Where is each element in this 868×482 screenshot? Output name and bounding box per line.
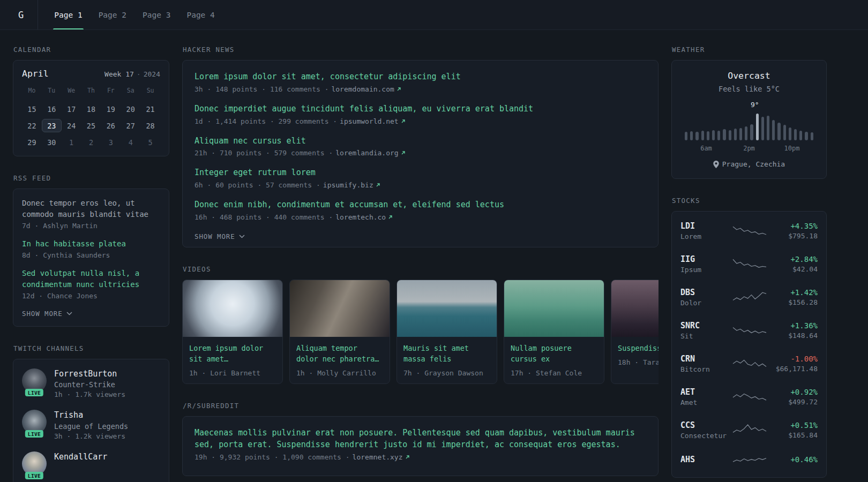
weather-hour-bar bbox=[789, 127, 791, 140]
hackernews-item-domain-link[interactable]: loremtech.co bbox=[335, 213, 393, 221]
hackernews-item-domain-link[interactable]: loremlandia.org bbox=[335, 149, 405, 157]
stock-row[interactable]: AHS +0.46% bbox=[680, 447, 818, 475]
hackernews-item-title[interactable]: Integer eget rutrum lorem bbox=[194, 167, 646, 179]
hackernews-item-domain-link[interactable]: ipsumify.biz bbox=[323, 181, 380, 189]
twitch-channel-name[interactable]: ForrestBurton bbox=[54, 368, 125, 379]
hackernews-item-title[interactable]: Aliquam nec cursus elit bbox=[194, 135, 646, 147]
nav-tab[interactable]: Page 3 bbox=[141, 0, 171, 29]
rss-show-more-button[interactable]: SHOW MORE bbox=[22, 310, 72, 318]
stock-row[interactable]: LDI Lorem +4.35% $795.18 bbox=[680, 214, 818, 247]
hackernews-item: Donec imperdiet augue tincidunt felis al… bbox=[194, 103, 646, 125]
video-meta: 1h · Molly Carrillo bbox=[296, 369, 383, 377]
video-card[interactable]: Nullam posuere cursus ex 17h · Stefan Co… bbox=[504, 280, 604, 385]
calendar-week-year: Week 17·2024 bbox=[104, 70, 160, 78]
subreddit-post-domain-link[interactable]: loremnet.xyz bbox=[353, 453, 410, 461]
video-title[interactable]: Lorem ipsum dolor sit amet consectetu… bbox=[189, 343, 276, 365]
stock-price: $499.72 bbox=[767, 398, 818, 406]
weather-location-text: Prague, Czechia bbox=[722, 160, 785, 168]
stock-row[interactable]: DBS Dolor +1.42% $156.28 bbox=[680, 281, 818, 314]
rss-item-title[interactable]: Sed volutpat nulla nisl, a condimentum n… bbox=[22, 268, 160, 290]
twitch-channel-row[interactable]: LIVE ForrestBurton Counter-Strike 1h · 1… bbox=[22, 368, 160, 398]
video-card-body: Suspendisse diam 18h · Tara bbox=[611, 337, 659, 373]
stock-row[interactable]: CCS Consectetur +0.51% $165.84 bbox=[680, 413, 818, 447]
hackernews-item-domain-link[interactable]: ipsumworld.net bbox=[340, 117, 406, 125]
stock-sparkline bbox=[732, 423, 767, 437]
external-link-icon bbox=[376, 183, 380, 187]
twitch-channel-row[interactable]: LIVE Trisha League of Legends 3h · 1.2k … bbox=[22, 410, 160, 440]
calendar-day: 25 bbox=[81, 119, 101, 132]
subreddit-post: Maecenas mollis pulvinar erat non posuer… bbox=[194, 427, 646, 461]
hackernews-item-title[interactable]: Lorem ipsum dolor sit amet, consectetur … bbox=[194, 71, 646, 83]
video-thumbnail[interactable] bbox=[397, 280, 497, 337]
stock-values: -1.00% $66,171.48 bbox=[767, 355, 818, 373]
calendar-day: 2 bbox=[81, 135, 101, 149]
stock-row[interactable]: SNRC Sit +1.36% $148.64 bbox=[680, 314, 818, 347]
nav-tab[interactable]: Page 4 bbox=[185, 0, 215, 29]
hackernews-item-title[interactable]: Donec enim nibh, condimentum et accumsan… bbox=[194, 199, 646, 211]
stock-ticker: SNRC bbox=[680, 321, 732, 330]
calendar-day: 30 bbox=[42, 135, 62, 149]
weather-hour-bar bbox=[811, 132, 813, 140]
stock-row[interactable]: AET Amet +0.92% $499.72 bbox=[680, 380, 818, 413]
stock-row[interactable]: IIG Ipsum +2.84% $42.04 bbox=[680, 247, 818, 281]
stock-sparkline bbox=[732, 323, 767, 337]
video-title[interactable]: Aliquam tempor dolor nec pharetra… bbox=[296, 343, 383, 365]
stock-sparkline bbox=[732, 454, 767, 468]
stock-sparkline bbox=[732, 357, 767, 371]
stock-sparkline bbox=[732, 290, 767, 304]
hackernews-item-title[interactable]: Donec imperdiet augue tincidunt felis al… bbox=[194, 103, 646, 115]
stock-name: Sit bbox=[680, 332, 732, 340]
video-thumbnail[interactable] bbox=[504, 280, 604, 337]
hackernews-show-more-button[interactable]: SHOW MORE bbox=[194, 232, 245, 240]
stock-identity: SNRC Sit bbox=[680, 321, 732, 340]
weather-hour-bar bbox=[729, 130, 731, 140]
calendar-day: 3 bbox=[101, 135, 121, 149]
stock-identity: DBS Dolor bbox=[680, 288, 732, 307]
rss-widget-title: RSS FEED bbox=[13, 174, 169, 182]
nav-tab[interactable]: Page 1 bbox=[53, 0, 83, 29]
stock-name: Ipsum bbox=[680, 266, 732, 274]
calendar-day: 26 bbox=[101, 119, 121, 132]
external-link-icon bbox=[405, 455, 410, 460]
calendar-day-grid: 1516171819202122232425262728293012345 bbox=[22, 102, 160, 149]
twitch-channel-name[interactable]: Trisha bbox=[54, 410, 128, 420]
twitch-widget-title: TWITCH CHANNELS bbox=[13, 344, 169, 352]
stock-price: $42.04 bbox=[767, 265, 818, 273]
video-thumbnail[interactable] bbox=[611, 280, 659, 337]
weather-hour-bar bbox=[712, 130, 715, 140]
rss-item-title[interactable]: In hac habitasse platea bbox=[22, 238, 160, 250]
video-title[interactable]: Suspendisse diam bbox=[618, 343, 659, 353]
hackernews-item-domain-link[interactable]: loremdomain.com bbox=[331, 85, 401, 93]
twitch-channel-name[interactable]: KendallCarr bbox=[54, 451, 107, 462]
external-link-icon bbox=[396, 87, 401, 92]
twitch-channel-row[interactable]: LIVE KendallCarr bbox=[22, 451, 160, 476]
weather-widget-title: WEATHER bbox=[672, 46, 827, 54]
video-card[interactable]: Mauris sit amet massa felis 7h · Grayson… bbox=[396, 280, 497, 385]
weekday-label: Sa bbox=[121, 87, 140, 94]
rss-item-title[interactable]: Donec tempor eros leo, ut commodo mauris… bbox=[22, 198, 160, 220]
calendar-day: 17 bbox=[62, 102, 81, 116]
hackernews-item-stats: 16h · 468 points · 440 comments · bbox=[194, 213, 333, 221]
video-title[interactable]: Mauris sit amet massa felis bbox=[403, 343, 490, 365]
weather-hour-bar bbox=[690, 131, 693, 140]
video-title[interactable]: Nullam posuere cursus ex bbox=[511, 343, 597, 365]
twitch-avatar-wrap: LIVE bbox=[22, 451, 47, 476]
twitch-avatar-wrap: LIVE bbox=[22, 410, 47, 434]
stocks-widget-title: STOCKS bbox=[672, 197, 827, 205]
app-logo[interactable]: G bbox=[18, 0, 38, 29]
video-card[interactable]: Lorem ipsum dolor sit amet consectetu… 1… bbox=[182, 280, 283, 385]
video-thumbnail[interactable] bbox=[183, 280, 282, 337]
weather-hour-bar bbox=[701, 131, 704, 140]
weather-hour-bar bbox=[767, 116, 769, 140]
hackernews-item: Aliquam nec cursus elit 21h · 710 points… bbox=[194, 135, 646, 157]
video-thumbnail[interactable] bbox=[290, 280, 390, 337]
subreddit-post-title[interactable]: Maecenas mollis pulvinar erat non posuer… bbox=[194, 427, 646, 451]
stock-row[interactable]: CRN Bitcorn -1.00% $66,171.48 bbox=[680, 347, 818, 380]
external-link-icon bbox=[388, 215, 393, 220]
calendar-day: 15 bbox=[22, 102, 42, 116]
video-card[interactable]: Suspendisse diam 18h · Tara bbox=[611, 280, 659, 385]
video-card[interactable]: Aliquam tempor dolor nec pharetra… 1h · … bbox=[289, 280, 390, 385]
nav-tab[interactable]: Page 2 bbox=[98, 0, 128, 29]
domain-text: loremdomain.com bbox=[331, 85, 394, 93]
stock-ticker: AET bbox=[680, 387, 732, 397]
